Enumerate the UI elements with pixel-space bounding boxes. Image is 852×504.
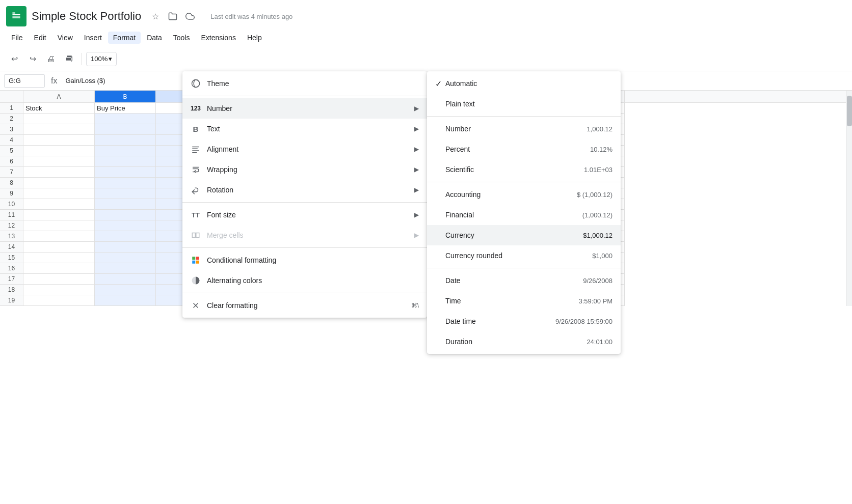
cell-18-B[interactable] — [95, 285, 156, 295]
col-header-b[interactable]: B — [95, 91, 156, 103]
cell-17-A[interactable] — [23, 274, 95, 285]
submenu-accounting[interactable]: Accounting $ (1,000.12) — [427, 184, 621, 205]
menu-item-text[interactable]: B Text ▶ — [182, 119, 427, 139]
cell-5-A[interactable] — [23, 146, 95, 156]
cell-12-B[interactable] — [95, 220, 156, 231]
menu-item-alternating-colors[interactable]: Alternating colors — [182, 270, 427, 291]
row-header-8[interactable]: 8 — [0, 178, 23, 188]
cell-7-B[interactable] — [95, 167, 156, 178]
menu-data[interactable]: Data — [142, 32, 167, 44]
cell-13-A[interactable] — [23, 231, 95, 242]
row-header-2[interactable]: 2 — [0, 114, 23, 124]
cell-15-A[interactable] — [23, 253, 95, 263]
cell-15-B[interactable] — [95, 253, 156, 263]
submenu-scientific[interactable]: Scientific 1.01E+03 — [427, 159, 621, 180]
submenu-number[interactable]: Number 1,000.12 — [427, 119, 621, 139]
menu-item-conditional-formatting[interactable]: Conditional formatting — [182, 250, 427, 270]
row-header-19[interactable]: 19 — [0, 295, 23, 306]
cell-11-B[interactable] — [95, 210, 156, 220]
cell-16-A[interactable] — [23, 263, 95, 274]
submenu-date[interactable]: Date 9/26/2008 — [427, 270, 621, 291]
row-header-16[interactable]: 16 — [0, 263, 23, 274]
folder-icon[interactable] — [166, 9, 180, 23]
submenu-time[interactable]: Time 3:59:00 PM — [427, 291, 621, 311]
cell-9-A[interactable] — [23, 188, 95, 199]
cell-1-B[interactable]: Buy Price — [95, 103, 156, 114]
row-header-10[interactable]: 10 — [0, 199, 23, 210]
cell-19-B[interactable] — [95, 295, 156, 306]
row-header-17[interactable]: 17 — [0, 274, 23, 285]
cell-6-B[interactable] — [95, 156, 156, 167]
row-header-14[interactable]: 14 — [0, 242, 23, 253]
cell-10-B[interactable] — [95, 199, 156, 210]
cell-1-A[interactable]: Stock — [23, 103, 95, 114]
submenu-financial[interactable]: Financial (1,000.12) — [427, 205, 621, 225]
row-header-4[interactable]: 4 — [0, 135, 23, 146]
vertical-scrollbar[interactable] — [846, 91, 852, 306]
cell-8-B[interactable] — [95, 178, 156, 188]
cell-6-A[interactable] — [23, 156, 95, 167]
row-header-7[interactable]: 7 — [0, 167, 23, 178]
cell-14-B[interactable] — [95, 242, 156, 253]
menu-help[interactable]: Help — [242, 32, 267, 44]
menu-item-wrapping[interactable]: Wrapping ▶ — [182, 159, 427, 180]
row-header-18[interactable]: 18 — [0, 285, 23, 295]
menu-file[interactable]: File — [6, 32, 28, 44]
cell-3-B[interactable] — [95, 124, 156, 135]
submenu-percent[interactable]: Percent 10.12% — [427, 139, 621, 159]
menu-item-alignment[interactable]: Alignment ▶ — [182, 139, 427, 159]
submenu-plain-text[interactable]: Plain text — [427, 94, 621, 114]
cell-9-B[interactable] — [95, 188, 156, 199]
menu-item-number[interactable]: 123 Number ▶ — [182, 98, 427, 119]
cell-11-A[interactable] — [23, 210, 95, 220]
row-header-11[interactable]: 11 — [0, 210, 23, 220]
zoom-selector[interactable]: 100% ▾ — [86, 52, 117, 66]
redo-button[interactable]: ↪ — [24, 51, 41, 67]
cell-8-A[interactable] — [23, 178, 95, 188]
cell-2-A[interactable] — [23, 114, 95, 124]
menu-item-font-size[interactable]: TT Font size ▶ — [182, 205, 427, 225]
cell-18-A[interactable] — [23, 285, 95, 295]
cell-4-A[interactable] — [23, 135, 95, 146]
cell-2-B[interactable] — [95, 114, 156, 124]
row-header-6[interactable]: 6 — [0, 156, 23, 167]
menu-view[interactable]: View — [52, 32, 78, 44]
menu-tools[interactable]: Tools — [168, 32, 195, 44]
submenu-date-time[interactable]: Date time 9/26/2008 15:59:00 — [427, 311, 621, 331]
cell-19-A[interactable] — [23, 295, 95, 306]
menu-extensions[interactable]: Extensions — [196, 32, 241, 44]
cell-4-B[interactable] — [95, 135, 156, 146]
menu-edit[interactable]: Edit — [29, 32, 51, 44]
menu-item-theme[interactable]: Theme — [182, 73, 427, 94]
col-header-a[interactable]: A — [23, 91, 95, 103]
cell-3-A[interactable] — [23, 124, 95, 135]
cell-reference[interactable]: G:G — [4, 74, 45, 88]
submenu-currency-rounded[interactable]: Currency rounded $1,000 — [427, 245, 621, 266]
row-header-12[interactable]: 12 — [0, 220, 23, 231]
menu-format[interactable]: Format — [108, 32, 141, 44]
paint-format-button[interactable] — [61, 51, 77, 67]
row-header-9[interactable]: 9 — [0, 188, 23, 199]
star-icon[interactable]: ☆ — [148, 9, 163, 23]
cell-17-B[interactable] — [95, 274, 156, 285]
menu-item-rotation[interactable]: Rotation ▶ — [182, 180, 427, 200]
submenu-duration[interactable]: Duration 24:01:00 — [427, 331, 621, 352]
undo-button[interactable]: ↩ — [6, 51, 22, 67]
menu-insert[interactable]: Insert — [79, 32, 107, 44]
menu-item-clear-formatting[interactable]: Clear formatting ⌘\ — [182, 295, 427, 316]
row-header-1[interactable]: 1 — [0, 103, 23, 114]
cell-14-A[interactable] — [23, 242, 95, 253]
cell-16-B[interactable] — [95, 263, 156, 274]
cell-10-A[interactable] — [23, 199, 95, 210]
cell-13-B[interactable] — [95, 231, 156, 242]
cell-12-A[interactable] — [23, 220, 95, 231]
row-header-13[interactable]: 13 — [0, 231, 23, 242]
cloud-icon[interactable] — [183, 9, 197, 23]
row-header-5[interactable]: 5 — [0, 146, 23, 156]
submenu-automatic[interactable]: ✓ Automatic — [427, 73, 621, 94]
cell-7-A[interactable] — [23, 167, 95, 178]
cell-5-B[interactable] — [95, 146, 156, 156]
row-header-3[interactable]: 3 — [0, 124, 23, 135]
submenu-currency[interactable]: Currency $1,000.12 — [427, 225, 621, 245]
row-header-15[interactable]: 15 — [0, 253, 23, 263]
